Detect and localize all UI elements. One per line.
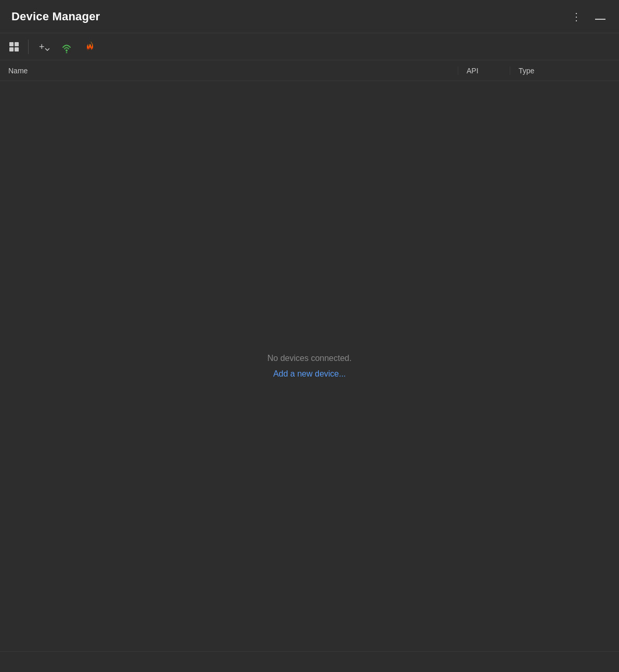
flame-icon-wrapper (84, 40, 96, 54)
wireless-device-button[interactable] (56, 37, 78, 57)
wifi-device-icon (60, 40, 73, 54)
grid-cell-3 (9, 47, 14, 51)
table-header: Name API Type (0, 60, 619, 81)
bottom-bar (0, 651, 619, 672)
flame-button[interactable] (80, 36, 100, 57)
grid-cell-2 (15, 42, 19, 46)
title-bar-left: Device Manager (11, 10, 100, 23)
add-new-device-link[interactable]: Add a new device... (273, 369, 346, 379)
no-devices-text: No devices connected. (267, 354, 352, 363)
column-type-header: Type (510, 67, 593, 75)
column-name-header: Name (0, 67, 458, 75)
app-title: Device Manager (11, 10, 100, 23)
flame-icon (84, 40, 96, 54)
minimize-icon (595, 19, 605, 20)
empty-state: No devices connected. Add a new device..… (267, 354, 352, 379)
grid-cell-1 (9, 42, 14, 46)
add-device-icon: + (38, 41, 49, 53)
grid-view-icon (9, 42, 19, 51)
column-api-header: API (458, 67, 510, 75)
toolbar-divider (28, 40, 29, 54)
title-bar-right: ⋮ (569, 8, 608, 25)
wifi-icon-wrapper (60, 40, 73, 54)
more-options-icon: ⋮ (571, 10, 583, 23)
table-content: No devices connected. Add a new device..… (0, 81, 619, 651)
toolbar: + (0, 33, 619, 60)
grid-cell-4 (15, 47, 19, 51)
svg-text:+: + (39, 42, 45, 52)
title-bar: Device Manager ⋮ (0, 0, 619, 33)
grid-view-button[interactable] (5, 39, 23, 55)
more-options-button[interactable]: ⋮ (569, 8, 585, 25)
svg-point-1 (66, 49, 68, 51)
minimize-button[interactable] (593, 11, 608, 22)
svg-point-2 (66, 51, 68, 53)
add-device-button[interactable]: + (34, 38, 54, 56)
